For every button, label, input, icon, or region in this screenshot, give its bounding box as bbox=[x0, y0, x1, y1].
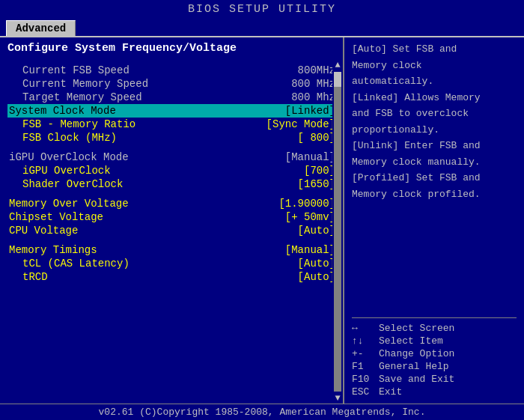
menu-item[interactable]: System Clock Mode[Linked] bbox=[7, 104, 337, 118]
menu-item[interactable]: Current FSB Speed800MHz bbox=[7, 64, 337, 77]
section-title: Configure System Frequency/Voltage bbox=[7, 42, 337, 56]
key-row: ESCExit bbox=[352, 386, 517, 398]
footer-text: v02.61 (C)Copyright 1985-2008, American … bbox=[99, 407, 426, 418]
menu-item[interactable]: Target Memory Speed800 Mhz bbox=[7, 91, 337, 104]
help-line: proportionally. bbox=[352, 123, 517, 138]
key-row: ↑↓Select Item bbox=[352, 335, 517, 347]
menu-item-label: iGPU OverClock Mode bbox=[9, 151, 129, 163]
help-line: and FSB to overclock bbox=[352, 106, 517, 121]
key-symbol: ↔ bbox=[352, 323, 374, 334]
help-line: Memory clock bbox=[352, 58, 517, 73]
menu-item-label: Memory Over Voltage bbox=[9, 198, 129, 210]
menu-item[interactable]: FSB - Memory Ratio[Sync Mode] bbox=[7, 118, 337, 131]
key-description: Exit bbox=[379, 386, 402, 398]
menu-item-label: Target Memory Speed bbox=[22, 91, 142, 103]
menu-item[interactable]: iGPU OverClock Mode[Manual] bbox=[7, 150, 337, 164]
menu-item-label: CPU Voltage bbox=[9, 225, 78, 237]
menu-item[interactable]: Memory Timings[Manual] bbox=[7, 243, 337, 257]
menu-spacer bbox=[7, 237, 337, 243]
tab-row: Advanced bbox=[0, 19, 524, 36]
scrollbar[interactable]: ▲ ▼ bbox=[332, 60, 343, 404]
key-row: F1General Help bbox=[352, 361, 517, 372]
menu-item[interactable]: tRCD[Auto] bbox=[7, 270, 337, 284]
menu-spacer bbox=[7, 191, 337, 197]
menu-item-value: [ 800] bbox=[298, 132, 335, 144]
menu-item[interactable]: CPU Voltage[Auto] bbox=[7, 224, 337, 237]
right-panel: [Auto] Set FSB andMemory clockautomatica… bbox=[344, 37, 524, 404]
help-line: Memory clock manually. bbox=[352, 155, 517, 170]
menu-item[interactable]: Shader OverClock[1650] bbox=[7, 177, 337, 191]
key-symbol: F10 bbox=[352, 374, 374, 385]
menu-item-label: Chipset Voltage bbox=[9, 211, 103, 223]
menu-item-value: [+ 50mv] bbox=[285, 211, 335, 223]
footer: v02.61 (C)Copyright 1985-2008, American … bbox=[0, 404, 524, 420]
menu-item-value: 800MHz bbox=[298, 64, 335, 76]
title-bar: BIOS SETUP UTILITY bbox=[0, 0, 524, 19]
menu-item-label: System Clock Mode bbox=[9, 105, 116, 117]
help-text: [Auto] Set FSB andMemory clockautomatica… bbox=[352, 42, 517, 310]
menu-item-label: Current Memory Speed bbox=[22, 78, 148, 90]
scroll-track bbox=[334, 72, 341, 392]
menu-item[interactable]: tCL (CAS Latency)[Auto] bbox=[7, 257, 337, 270]
menu-item-value: [Auto] bbox=[298, 258, 335, 270]
scroll-down-arrow[interactable]: ▼ bbox=[335, 393, 340, 404]
help-line: Memory clock profiled. bbox=[352, 187, 517, 202]
key-symbol: ESC bbox=[352, 386, 374, 398]
scroll-thumb bbox=[334, 72, 341, 87]
menu-item-label: Shader OverClock bbox=[22, 178, 123, 190]
menu-item-value: 800 Mhz bbox=[291, 91, 335, 103]
menu-item-value: [Manual] bbox=[285, 244, 335, 256]
menu-item-value: [Auto] bbox=[298, 225, 335, 237]
menu-item-value: [700] bbox=[304, 165, 335, 177]
scroll-up-arrow[interactable]: ▲ bbox=[335, 60, 340, 70]
menu-item-value: [Manual] bbox=[285, 151, 335, 163]
menu-item-label: tCL (CAS Latency) bbox=[22, 258, 130, 270]
help-line: [Profiled] Set FSB and bbox=[352, 171, 517, 186]
menu-item-value: [Sync Mode] bbox=[266, 118, 335, 130]
help-line: [Auto] Set FSB and bbox=[352, 42, 517, 57]
menu-item-label: FSB Clock (MHz) bbox=[22, 132, 117, 144]
menu-item-value: 800 MHz bbox=[291, 78, 335, 90]
menu-item-value: [1650] bbox=[298, 178, 335, 190]
key-description: Select Screen bbox=[379, 323, 454, 334]
help-line: automatically. bbox=[352, 74, 517, 89]
menu-list: Current FSB Speed800MHzCurrent Memory Sp… bbox=[7, 64, 337, 284]
menu-item[interactable]: Current Memory Speed800 MHz bbox=[7, 77, 337, 91]
key-row: F10Save and Exit bbox=[352, 374, 517, 385]
menu-item-label: FSB - Memory Ratio bbox=[22, 118, 135, 130]
key-row: ↔Select Screen bbox=[352, 323, 517, 334]
menu-spacer bbox=[7, 144, 337, 150]
menu-item-label: tRCD bbox=[22, 271, 48, 283]
menu-item[interactable]: Memory Over Voltage[1.90000] bbox=[7, 197, 337, 210]
key-symbol: F1 bbox=[352, 361, 374, 372]
key-symbol: ↑↓ bbox=[352, 335, 374, 347]
menu-item-value: [Auto] bbox=[298, 271, 335, 283]
menu-item-label: Current FSB Speed bbox=[22, 64, 130, 76]
menu-item[interactable]: Chipset Voltage[+ 50mv] bbox=[7, 210, 337, 224]
tab-advanced[interactable]: Advanced bbox=[6, 20, 76, 36]
help-line: [Linked] Allows Memory bbox=[352, 91, 517, 106]
menu-item-value: [1.90000] bbox=[278, 198, 335, 210]
help-line: [Unlink] Enter FSB and bbox=[352, 139, 517, 153]
app: BIOS SETUP UTILITY Advanced Configure Sy… bbox=[0, 0, 524, 420]
key-description: Save and Exit bbox=[379, 374, 454, 385]
key-row: +-Change Option bbox=[352, 348, 517, 359]
menu-item[interactable]: FSB Clock (MHz)[ 800] bbox=[7, 131, 337, 144]
menu-item-label: Memory Timings bbox=[9, 244, 97, 256]
key-description: Change Option bbox=[379, 348, 454, 359]
key-description: General Help bbox=[379, 361, 449, 372]
menu-item[interactable]: iGPU OverClock[700] bbox=[7, 164, 337, 177]
menu-item-value: [Linked] bbox=[285, 105, 335, 117]
key-description: Select Item bbox=[379, 335, 443, 347]
key-symbol: +- bbox=[352, 348, 374, 359]
left-panel: Configure System Frequency/Voltage Curre… bbox=[0, 37, 344, 404]
menu-item-label: iGPU OverClock bbox=[22, 165, 111, 177]
key-help: ↔Select Screen↑↓Select Item+-Change Opti… bbox=[352, 317, 517, 399]
app-title: BIOS SETUP UTILITY bbox=[188, 3, 336, 16]
main-content: Configure System Frequency/Voltage Curre… bbox=[0, 36, 524, 404]
